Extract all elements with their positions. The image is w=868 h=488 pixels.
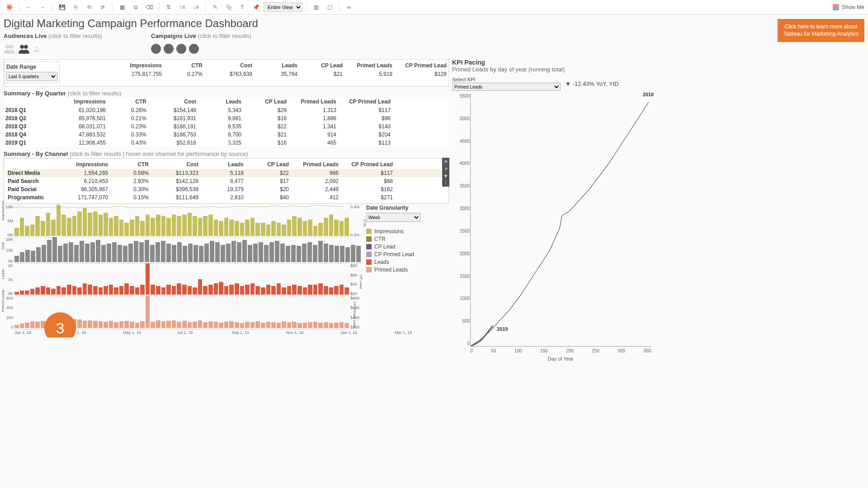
svg-point-6: [20, 45, 24, 49]
more-icon[interactable]: ⋮: [442, 179, 449, 187]
page-title: Digital Marketing Campaign Performance D…: [4, 17, 864, 30]
label-icon[interactable]: T: [236, 1, 248, 13]
audiences-header: Audiences Live (click to filter results): [4, 33, 148, 39]
table-row[interactable]: 2018 Q285,976,5010.21%$181,9319,881$181,…: [4, 114, 449, 122]
show-cards-icon[interactable]: ▥: [310, 1, 322, 13]
filter-icon[interactable]: ▼: [442, 172, 449, 179]
metrics-header: ImpressionsCTRCostLeadsCP LeadPrimed Lea…: [60, 61, 448, 70]
kpi-ann-2019: 2019: [497, 326, 508, 332]
kpi-select-label: Select KPI: [452, 77, 475, 82]
chart-legend: ImpressionsCTRCP LeadCP Primed LeadLeads…: [366, 228, 447, 273]
date-range-label: Date Range: [6, 64, 36, 70]
close-icon[interactable]: ✕: [442, 158, 449, 165]
audience-icon-1[interactable]: [4, 44, 15, 54]
tableau-logo-icon: [4, 1, 15, 13]
sort-asc-icon[interactable]: ↑≡: [176, 1, 188, 13]
date-range-filter: Date Range Last 5 quarters: [4, 61, 60, 83]
chart-leads: Leads2K1K0K$80$60$40$20CP Lead: [4, 263, 361, 296]
table-row[interactable]: 2018 Q368,031,0710.23%$188,1918,535$221,…: [4, 122, 449, 131]
svg-point-7: [24, 45, 28, 49]
table-row[interactable]: Direct Media1,554,2650.58%$113,3235,118$…: [6, 169, 447, 177]
legend-item[interactable]: Primed Leads: [366, 267, 447, 273]
clear-icon[interactable]: ⌫: [143, 1, 155, 13]
pin-icon[interactable]: 📌: [250, 1, 262, 13]
undo-icon[interactable]: ←: [23, 1, 35, 13]
table-row[interactable]: Programmatic171,747,0700.15%$111,6492,81…: [6, 193, 447, 202]
fit-select[interactable]: Entire View: [264, 2, 302, 12]
highlight-icon[interactable]: ✎: [209, 1, 221, 13]
legend-item[interactable]: CTR: [366, 236, 447, 242]
open-icon[interactable]: ↗: [442, 165, 449, 172]
campaign-icon-4[interactable]: [189, 44, 199, 54]
audience-icon-2[interactable]: [18, 44, 30, 54]
chart-cost: Cost20K10K0K: [4, 237, 361, 263]
new-data-icon[interactable]: ⎘: [70, 1, 81, 13]
show-me-button[interactable]: Show Me: [833, 4, 864, 10]
kpi-panel: KPI Pacing Primed Leads by day of year (…: [452, 59, 651, 338]
group-icon[interactable]: 📎: [223, 1, 235, 13]
swap-icon[interactable]: ⇅: [163, 1, 175, 13]
svg-point-4: [5, 45, 9, 49]
legend-item[interactable]: CP Lead: [366, 244, 447, 250]
date-granularity-label: Date Granularity: [366, 205, 447, 211]
run-icon[interactable]: ⟳: [97, 1, 108, 13]
table-row[interactable]: Paid Social96,305,9670.30%$396,53919,379…: [6, 185, 447, 193]
kpi-chart: 5500500045004000350030002500200015001000…: [470, 94, 651, 338]
new-worksheet-icon[interactable]: ▦: [116, 1, 128, 13]
legend-item[interactable]: Leads: [366, 259, 447, 265]
date-granularity-select[interactable]: Week: [366, 213, 420, 222]
save-icon[interactable]: 💾: [56, 1, 68, 13]
promo-button[interactable]: Click here to learn more about Tableau f…: [778, 19, 864, 42]
legend-item[interactable]: Impressions: [366, 228, 447, 235]
campaign-icon-3[interactable]: [176, 44, 186, 54]
presentation-icon[interactable]: ▢: [324, 1, 335, 13]
kpi-ann-2018: 2018: [643, 92, 654, 97]
svg-point-5: [9, 45, 14, 49]
kpi-title: KPI Pacing: [452, 59, 651, 66]
campaign-icon-2[interactable]: [164, 44, 174, 54]
sort-desc-icon[interactable]: ↓≡: [190, 1, 202, 13]
summary-quarter-title: Summary - By Quarter (click to filter re…: [4, 90, 449, 97]
date-range-select[interactable]: Last 5 quarters: [6, 72, 57, 81]
duplicate-icon[interactable]: ⧉: [130, 1, 142, 13]
share-icon[interactable]: ∞: [343, 1, 355, 13]
kpi-subtitle: Primed Leads by day of year (running tot…: [452, 66, 651, 73]
auto-update-icon[interactable]: ⟲: [83, 1, 95, 13]
kpi-select[interactable]: Primed Leads: [452, 83, 561, 91]
kpi-change: ▼ -12.43% YoY, YtD: [565, 80, 619, 87]
table-row[interactable]: Paid Search6,210,4532.93%$142,1288,477$1…: [6, 177, 447, 185]
table-row[interactable]: 2018 Q161,020,1960.26%$154,1485,343$291,…: [4, 106, 449, 114]
legend-item[interactable]: CP Primed Lead: [366, 251, 447, 258]
svg-point-8: [35, 46, 38, 49]
metrics-totals: 275,817,7550.27%$763,63935,784$215,919$1…: [60, 70, 448, 78]
campaign-icon-1[interactable]: [151, 44, 161, 54]
campaigns-header: Campaigns Live (click to filter results): [151, 33, 251, 39]
chart-impressions: Impressions10M5M0M0.4%0.2%CTR: [4, 205, 361, 237]
table-row[interactable]: 2018 Q447,883,5320.33%$186,7538,700$2191…: [4, 131, 449, 139]
audience-icon-3[interactable]: [33, 44, 41, 54]
panel-tools: ✕ ↗ ▼ ⋮: [442, 158, 449, 187]
redo-icon[interactable]: →: [37, 1, 48, 13]
summary-channel-title: Summary - By Channel (click to filter re…: [4, 150, 449, 157]
table-row[interactable]: 2019 Q112,906,4550.43%$52,6163,325$16465…: [4, 139, 449, 147]
toolbar: ← → 💾 ⎘ ⟲ ⟳ ▦ ⧉ ⌫ ⇅ ↑≡ ↓≡ ✎ 📎 T 📌 Entire…: [0, 0, 868, 14]
show-me-icon: [833, 4, 839, 10]
